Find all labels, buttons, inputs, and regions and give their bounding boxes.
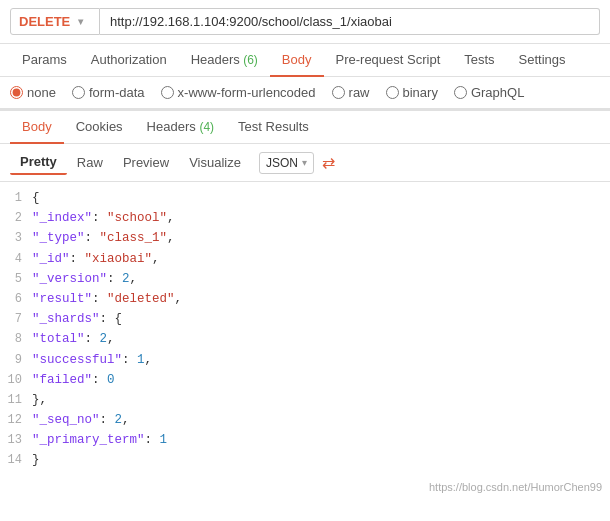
code-line: 2 "_index": "school",	[0, 208, 610, 228]
line-content: "_primary_term": 1	[32, 430, 606, 450]
body-type-binary[interactable]: binary	[386, 85, 438, 100]
line-number: 9	[4, 351, 32, 370]
request-tabs: Params Authorization Headers (6) Body Pr…	[0, 44, 610, 77]
code-line: 10 "failed": 0	[0, 370, 610, 390]
tab-tests[interactable]: Tests	[452, 44, 506, 77]
code-line: 6 "result": "deleted",	[0, 289, 610, 309]
view-visualize[interactable]: Visualize	[179, 151, 251, 174]
tab-cookies[interactable]: Cookies	[64, 111, 135, 144]
tab-body[interactable]: Body	[270, 44, 324, 77]
body-type-urlencoded[interactable]: x-www-form-urlencoded	[161, 85, 316, 100]
format-select[interactable]: JSON ▾	[259, 152, 314, 174]
code-line: 4 "_id": "xiaobai",	[0, 249, 610, 269]
line-content: {	[32, 188, 606, 208]
tab-test-results[interactable]: Test Results	[226, 111, 321, 144]
line-number: 13	[4, 431, 32, 450]
body-type-graphql[interactable]: GraphQL	[454, 85, 524, 100]
method-chevron-icon: ▾	[78, 16, 83, 27]
view-bar: Pretty Raw Preview Visualize JSON ▾ ⇄	[0, 144, 610, 182]
line-number: 8	[4, 330, 32, 349]
line-number: 14	[4, 451, 32, 470]
line-number: 12	[4, 411, 32, 430]
code-line: 14}	[0, 450, 610, 470]
line-number: 7	[4, 310, 32, 329]
code-area: 1{2 "_index": "school",3 "_type": "class…	[0, 182, 610, 477]
tab-response-headers[interactable]: Headers (4)	[135, 111, 226, 144]
line-content: }	[32, 450, 606, 470]
code-line: 12 "_seq_no": 2,	[0, 410, 610, 430]
line-number: 2	[4, 209, 32, 228]
line-content: "successful": 1,	[32, 350, 606, 370]
line-content: "result": "deleted",	[32, 289, 606, 309]
view-raw[interactable]: Raw	[67, 151, 113, 174]
format-chevron-icon: ▾	[302, 157, 307, 168]
view-pretty[interactable]: Pretty	[10, 150, 67, 175]
line-number: 4	[4, 250, 32, 269]
line-content: "_type": "class_1",	[32, 228, 606, 248]
tab-settings[interactable]: Settings	[507, 44, 578, 77]
code-line: 3 "_type": "class_1",	[0, 228, 610, 248]
method-select[interactable]: DELETE ▾	[10, 8, 100, 35]
code-line: 9 "successful": 1,	[0, 350, 610, 370]
body-type-none[interactable]: none	[10, 85, 56, 100]
url-bar: DELETE ▾	[0, 0, 610, 44]
body-type-raw[interactable]: raw	[332, 85, 370, 100]
tab-authorization[interactable]: Authorization	[79, 44, 179, 77]
line-number: 5	[4, 270, 32, 289]
code-line: 11 },	[0, 390, 610, 410]
body-type-tabs: none form-data x-www-form-urlencoded raw…	[0, 77, 610, 109]
body-type-form-data[interactable]: form-data	[72, 85, 145, 100]
response-section: Body Cookies Headers (4) Test Results Pr…	[0, 109, 610, 497]
code-line: 13 "_primary_term": 1	[0, 430, 610, 450]
line-number: 11	[4, 391, 32, 410]
line-content: "_index": "school",	[32, 208, 606, 228]
code-line: 5 "_version": 2,	[0, 269, 610, 289]
watermark: https://blog.csdn.net/HumorChen99	[0, 477, 610, 497]
line-content: "_id": "xiaobai",	[32, 249, 606, 269]
line-content: "_version": 2,	[32, 269, 606, 289]
method-label: DELETE	[19, 14, 70, 29]
line-number: 6	[4, 290, 32, 309]
line-number: 3	[4, 229, 32, 248]
line-content: },	[32, 390, 606, 410]
line-content: "_shards": {	[32, 309, 606, 329]
line-content: "_seq_no": 2,	[32, 410, 606, 430]
tab-headers[interactable]: Headers (6)	[179, 44, 270, 77]
response-tabs: Body Cookies Headers (4) Test Results	[0, 111, 610, 144]
line-number: 10	[4, 371, 32, 390]
tab-params[interactable]: Params	[10, 44, 79, 77]
line-content: "failed": 0	[32, 370, 606, 390]
tab-prerequest[interactable]: Pre-request Script	[324, 44, 453, 77]
view-preview[interactable]: Preview	[113, 151, 179, 174]
wrap-icon[interactable]: ⇄	[322, 153, 335, 172]
line-content: "total": 2,	[32, 329, 606, 349]
code-line: 7 "_shards": {	[0, 309, 610, 329]
code-line: 1{	[0, 188, 610, 208]
tab-response-body[interactable]: Body	[10, 111, 64, 144]
code-line: 8 "total": 2,	[0, 329, 610, 349]
url-input[interactable]	[100, 8, 600, 35]
line-number: 1	[4, 189, 32, 208]
